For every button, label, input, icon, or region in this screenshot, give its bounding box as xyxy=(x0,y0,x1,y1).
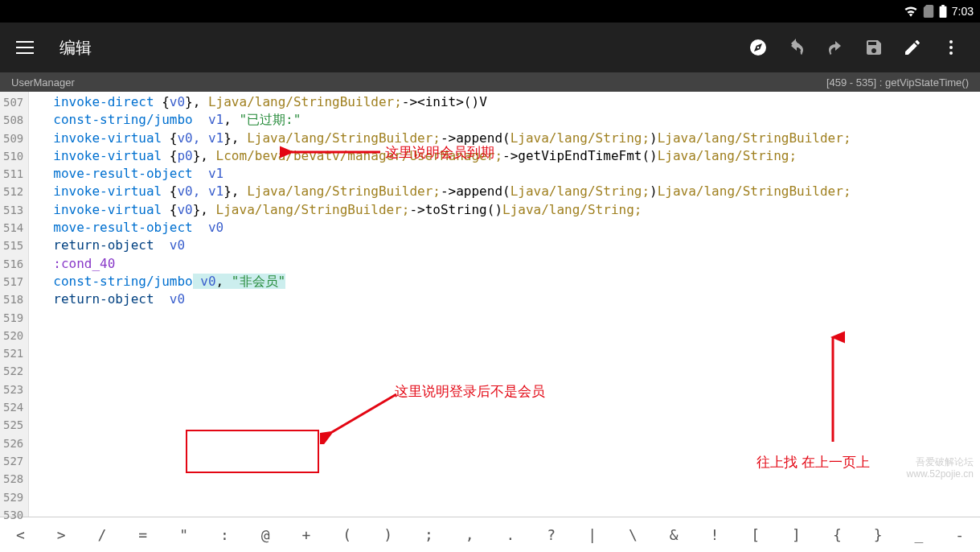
code-area[interactable]: invoke-direct {v0}, Ljava/lang/StringBui… xyxy=(29,92,980,517)
symbol-key[interactable]: . xyxy=(490,518,531,551)
svg-point-2 xyxy=(949,40,953,43)
file-name: UserManager xyxy=(11,76,75,89)
undo-button[interactable] xyxy=(777,28,816,67)
annotation-text-3: 往上找 在上一页上 xyxy=(757,454,870,472)
redo-button[interactable] xyxy=(816,28,855,67)
symbol-key[interactable]: + xyxy=(286,518,327,551)
sim-icon xyxy=(923,5,934,18)
symbol-key[interactable]: } xyxy=(858,518,899,551)
symbol-key[interactable]: : xyxy=(204,518,245,551)
compass-button[interactable] xyxy=(739,28,777,67)
app-bar: 编辑 xyxy=(0,23,980,72)
edit-button[interactable] xyxy=(893,28,932,67)
symbol-key[interactable]: | xyxy=(572,518,613,551)
symbol-row: <>/=":@+();,.?|\&![]{}_- xyxy=(0,517,980,552)
clock-text: 7:03 xyxy=(952,5,974,18)
svg-line-6 xyxy=(332,394,396,432)
symbol-key[interactable]: ; xyxy=(408,518,449,551)
info-bar: UserManager [459 - 535] : getVipStateTim… xyxy=(0,72,980,92)
symbol-key[interactable]: ) xyxy=(367,518,408,551)
annotation-text-2: 这里说明登录后不是会员 xyxy=(395,383,545,401)
code-editor[interactable]: 5075085095105115125135145155165175185195… xyxy=(0,92,980,517)
annotation-arrow-3 xyxy=(821,325,845,446)
cursor-info: [459 - 535] : getVipStateTime() xyxy=(826,76,969,89)
symbol-key[interactable]: / xyxy=(82,518,123,551)
symbol-key[interactable]: \ xyxy=(613,518,654,551)
annotation-box xyxy=(186,430,319,473)
annotation-arrow-2 xyxy=(320,388,400,444)
svg-point-4 xyxy=(949,51,953,55)
menu-button[interactable] xyxy=(10,35,40,60)
symbol-key[interactable]: , xyxy=(449,518,490,551)
symbol-key[interactable]: - xyxy=(939,518,980,551)
wifi-icon xyxy=(904,6,918,17)
symbol-key[interactable]: [ xyxy=(735,518,776,551)
line-gutter: 5075085095105115125135145155165175185195… xyxy=(0,92,29,517)
symbol-key[interactable]: = xyxy=(122,518,163,551)
symbol-key[interactable]: ! xyxy=(695,518,736,551)
symbol-key[interactable]: { xyxy=(817,518,858,551)
battery-icon xyxy=(939,5,947,18)
symbol-key[interactable]: ? xyxy=(531,518,572,551)
page-title: 编辑 xyxy=(59,37,739,59)
status-bar: 7:03 xyxy=(0,0,980,23)
symbol-key[interactable]: " xyxy=(163,518,204,551)
symbol-key[interactable]: ( xyxy=(326,518,367,551)
svg-point-3 xyxy=(949,46,953,49)
symbol-key[interactable]: > xyxy=(41,518,82,551)
overflow-button[interactable] xyxy=(932,28,970,67)
symbol-key[interactable]: ] xyxy=(776,518,817,551)
symbol-key[interactable]: _ xyxy=(899,518,940,551)
save-button[interactable] xyxy=(855,28,893,67)
svg-point-1 xyxy=(757,47,760,49)
symbol-key[interactable]: @ xyxy=(245,518,286,551)
symbol-key[interactable]: & xyxy=(654,518,695,551)
